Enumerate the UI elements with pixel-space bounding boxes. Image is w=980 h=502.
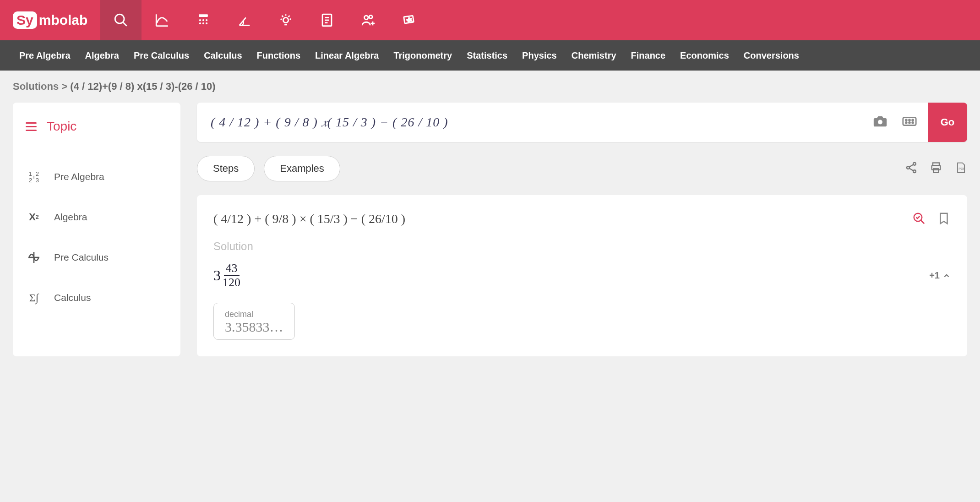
sidebar-item-algebra[interactable]: X2 Algebra [26, 197, 168, 237]
svg-point-3 [199, 19, 201, 21]
fraction-icon: 12+23 [26, 169, 42, 185]
svg-line-39 [909, 164, 913, 167]
mixed-denominator: 120 [223, 276, 240, 289]
svg-point-8 [206, 22, 207, 24]
subnav-chemistry[interactable]: Chemistry [572, 50, 616, 61]
more-solutions-toggle[interactable]: +1 [929, 270, 951, 281]
geometry-icon[interactable] [224, 0, 265, 40]
solution-value: 3 43 120 [213, 262, 240, 289]
pdf-icon[interactable]: PDF [954, 161, 967, 176]
subnav-algebra[interactable]: Algebra [85, 50, 119, 61]
subnav-physics[interactable]: Physics [522, 50, 557, 61]
sidebar-item-pre-algebra[interactable]: 12+23 Pre Algebra [26, 157, 168, 197]
examples-button[interactable]: Examples [264, 156, 340, 181]
svg-point-5 [206, 19, 207, 21]
subnav-functions[interactable]: Functions [257, 50, 301, 61]
decimal-label: decimal [225, 310, 283, 319]
share-icon[interactable] [905, 161, 918, 176]
sidebar-item-pre-calculus[interactable]: Pre Calculus [26, 237, 168, 278]
breadcrumb-sep: > [61, 81, 67, 92]
sidebar-item-label: Calculus [54, 292, 91, 303]
subnav-pre-calculus[interactable]: Pre Calculus [134, 50, 189, 61]
expression-input-row: ( 4 / 12 ) + ( 9 / 8 ) 𝑥( 15 / 3 ) − ( 2… [197, 103, 967, 142]
svg-text:PDF: PDF [958, 167, 965, 170]
notes-icon[interactable] [306, 0, 348, 40]
solution-card: ( 4/12 ) + ( 9/8 ) × ( 15/3 ) − ( 26/10 … [197, 195, 967, 356]
solution-label: Solution [213, 240, 951, 253]
sidebar-item-calculus[interactable]: Σ∫ Calculus [26, 278, 168, 318]
svg-line-46 [921, 220, 925, 224]
main-content: ( 4 / 12 ) + ( 9 / 8 ) 𝑥( 15 / 3 ) − ( 2… [197, 103, 967, 356]
chevron-up-icon [942, 272, 951, 280]
subnav-linear-algebra[interactable]: Linear Algebra [315, 50, 379, 61]
search-icon[interactable] [100, 0, 142, 40]
breadcrumb-root[interactable]: Solutions [13, 81, 59, 92]
logo[interactable]: Sy mbolab [0, 0, 100, 40]
sigma-integral-icon: Σ∫ [26, 289, 42, 306]
svg-line-11 [281, 19, 282, 19]
sidebar-header[interactable]: Topic [26, 119, 168, 134]
decimal-value: 3.35833… [225, 319, 283, 335]
cheatsheet-icon[interactable]: √x [389, 0, 430, 40]
print-icon[interactable] [930, 161, 942, 176]
action-row: Steps Examples PDF [197, 156, 967, 181]
svg-point-7 [202, 22, 204, 24]
subnav-trigonometry[interactable]: Trigonometry [393, 50, 452, 61]
wave-icon [26, 249, 42, 266]
svg-point-30 [906, 120, 907, 121]
sidebar-item-label: Algebra [54, 212, 87, 223]
bookmark-icon[interactable] [937, 212, 951, 227]
svg-text:√x: √x [407, 17, 412, 22]
svg-point-33 [906, 122, 907, 123]
topic-sidebar: Topic 12+23 Pre Algebra X2 Algebra Pre C… [13, 103, 180, 356]
subnav-conversions[interactable]: Conversions [744, 50, 799, 61]
category-nav: Pre Algebra Algebra Pre Calculus Calculu… [0, 40, 980, 71]
logo-prefix: Sy [13, 11, 37, 29]
svg-point-28 [878, 120, 882, 124]
svg-point-35 [912, 122, 914, 123]
svg-line-14 [289, 16, 290, 17]
svg-point-4 [202, 19, 204, 21]
svg-line-1 [123, 22, 127, 26]
svg-point-31 [909, 120, 910, 121]
camera-icon[interactable] [871, 114, 889, 131]
subnav-finance[interactable]: Finance [631, 50, 666, 61]
subnav-pre-algebra[interactable]: Pre Algebra [19, 50, 71, 61]
group-icon[interactable] [348, 0, 389, 40]
mixed-numerator: 43 [224, 262, 240, 276]
svg-line-40 [909, 168, 913, 171]
go-button[interactable]: Go [928, 103, 967, 142]
svg-point-21 [370, 15, 373, 18]
svg-point-34 [909, 122, 910, 123]
keyboard-icon[interactable] [900, 114, 919, 131]
svg-line-12 [290, 19, 291, 19]
calculator-icon[interactable] [183, 0, 224, 40]
sidebar-title: Topic [47, 119, 76, 134]
logo-suffix: mbolab [39, 12, 88, 28]
svg-line-13 [282, 16, 283, 17]
x-squared-icon: X2 [26, 209, 42, 225]
svg-rect-2 [199, 14, 208, 17]
sidebar-item-label: Pre Calculus [54, 252, 109, 263]
svg-point-9 [283, 17, 289, 22]
steps-button[interactable]: Steps [197, 156, 255, 181]
svg-point-6 [199, 22, 201, 24]
subnav-economics[interactable]: Economics [680, 50, 729, 61]
expression-input[interactable]: ( 4 / 12 ) + ( 9 / 8 ) 𝑥( 15 / 3 ) − ( 2… [197, 115, 862, 130]
mixed-whole: 3 [213, 267, 221, 284]
verify-icon[interactable] [912, 212, 926, 227]
lightbulb-icon[interactable] [265, 0, 306, 40]
problem-expression: ( 4/12 ) + ( 9/8 ) × ( 15/3 ) − ( 26/10 … [213, 212, 405, 226]
sidebar-item-label: Pre Algebra [54, 171, 104, 182]
top-nav: Sy mbolab √x [0, 0, 980, 40]
graph-icon[interactable] [142, 0, 183, 40]
subnav-statistics[interactable]: Statistics [467, 50, 507, 61]
breadcrumb: Solutions > (4 / 12)+(9 / 8) x(15 / 3)-(… [0, 71, 980, 103]
subnav-calculus[interactable]: Calculus [204, 50, 242, 61]
svg-point-32 [912, 120, 914, 121]
decimal-box[interactable]: decimal 3.35833… [213, 303, 295, 340]
hamburger-icon [26, 122, 37, 131]
svg-point-0 [115, 14, 125, 23]
breadcrumb-expr: (4 / 12)+(9 / 8) x(15 / 3)-(26 / 10) [70, 81, 215, 92]
svg-point-20 [365, 16, 369, 20]
